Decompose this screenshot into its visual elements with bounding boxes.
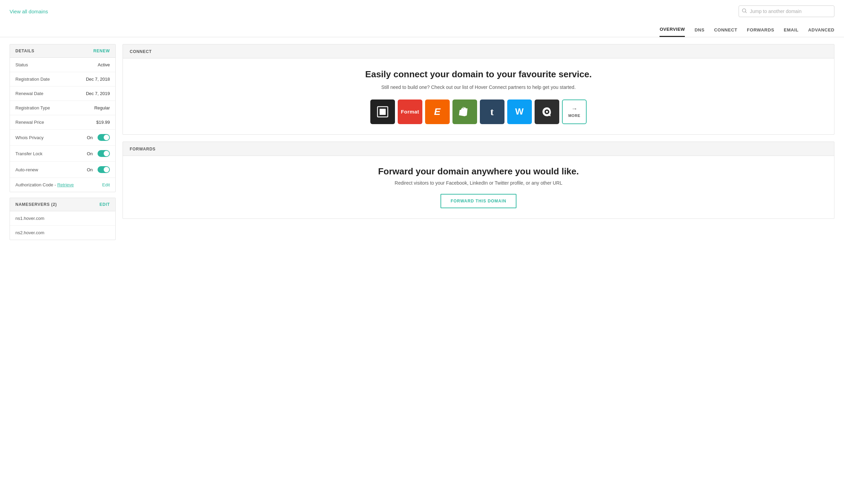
more-content: → MORE xyxy=(568,105,580,118)
header: View all domains xyxy=(0,0,844,23)
right-panel: CONNECT Easily connect your domain to yo… xyxy=(123,44,834,226)
renewal-price-label: Renewal Price xyxy=(15,120,44,125)
nav-item-dns[interactable]: DNS xyxy=(694,23,704,37)
renewal-date-value: Dec 7, 2019 xyxy=(86,91,110,96)
svg-line-1 xyxy=(745,12,746,13)
service-weebly[interactable]: W xyxy=(507,100,532,124)
whois-label: Whois Privacy xyxy=(15,135,43,140)
svg-rect-3 xyxy=(380,109,386,115)
connect-section: CONNECT Easily connect your domain to yo… xyxy=(123,44,834,135)
detail-row-renewal-date: Renewal Date Dec 7, 2019 xyxy=(10,87,115,101)
details-card-header: DETAILS RENEW xyxy=(10,44,115,58)
transfer-lock-toggle[interactable] xyxy=(98,150,110,157)
nameserver-row-1: ns1.hover.com xyxy=(10,211,115,226)
auth-edit-link[interactable]: Edit xyxy=(102,182,110,187)
nameservers-card-header: NAMESERVERS (2) EDIT xyxy=(10,198,115,211)
forwards-section: FORWARDS Forward your domain anywhere yo… xyxy=(123,142,834,219)
reg-type-label: Registration Type xyxy=(15,105,50,110)
auth-retrieve-link[interactable]: Retrieve xyxy=(57,182,74,187)
detail-row-reg-type: Registration Type Regular xyxy=(10,101,115,115)
reg-type-value: Regular xyxy=(94,105,110,110)
detail-row-whois: Whois Privacy On xyxy=(10,130,115,146)
nav-bar: OVERVIEW DNS CONNECT FORWARDS EMAIL ADVA… xyxy=(0,23,844,37)
nav-item-email[interactable]: EMAIL xyxy=(784,23,798,37)
format-label: Format xyxy=(401,109,419,115)
service-squarespace[interactable] xyxy=(370,100,395,124)
more-label: MORE xyxy=(568,114,580,118)
nav-item-connect[interactable]: CONNECT xyxy=(714,23,737,37)
detail-row-autorenew: Auto-renew On xyxy=(10,162,115,178)
connect-section-title: CONNECT xyxy=(130,49,152,54)
renew-button[interactable]: RENEW xyxy=(93,49,110,53)
auth-code-label: Authorization Code - Retrieve xyxy=(15,182,74,187)
forwards-section-body: Forward your domain anywhere you would l… xyxy=(123,156,834,218)
connect-title: Easily connect your domain to your favou… xyxy=(130,69,827,80)
autorenew-label: Auto-renew xyxy=(15,167,38,172)
whois-value: On xyxy=(87,135,93,140)
whois-toggle[interactable] xyxy=(98,134,110,141)
transfer-lock-label: Transfer Lock xyxy=(15,151,42,156)
service-disqus[interactable] xyxy=(535,100,559,124)
forward-title: Forward your domain anywhere you would l… xyxy=(130,166,827,177)
details-card: DETAILS RENEW Status Active Registration… xyxy=(10,44,116,192)
details-title: DETAILS xyxy=(15,49,34,53)
service-etsy[interactable]: E xyxy=(425,100,450,124)
transfer-lock-toggle-row: On xyxy=(87,150,110,157)
nameserver-1-value: ns1.hover.com xyxy=(15,216,44,221)
detail-row-status: Status Active xyxy=(10,58,115,72)
reg-date-label: Registration Date xyxy=(15,77,50,82)
reg-date-value: Dec 7, 2018 xyxy=(86,77,110,82)
transfer-lock-value: On xyxy=(87,151,93,156)
squarespace-icon xyxy=(376,105,389,118)
left-panel: DETAILS RENEW Status Active Registration… xyxy=(10,44,116,246)
service-more[interactable]: → MORE xyxy=(562,100,587,124)
autorenew-value: On xyxy=(87,167,93,172)
nameservers-card: NAMESERVERS (2) EDIT ns1.hover.com ns2.h… xyxy=(10,198,116,240)
view-all-link[interactable]: View all domains xyxy=(10,9,48,14)
renewal-price-value: $19.99 xyxy=(96,120,110,125)
nameserver-row-2: ns2.hover.com xyxy=(10,226,115,240)
nameserver-2-value: ns2.hover.com xyxy=(15,230,44,235)
weebly-label: W xyxy=(515,106,524,117)
connect-subtitle: Still need to build one? Check out our l… xyxy=(130,84,827,90)
search-wrapper xyxy=(739,5,834,17)
domain-search-input[interactable] xyxy=(739,5,834,17)
nav-item-overview[interactable]: OVERVIEW xyxy=(660,23,685,37)
forwards-section-header: FORWARDS xyxy=(123,142,834,156)
status-label: Status xyxy=(15,62,28,67)
autorenew-toggle-row: On xyxy=(87,166,110,173)
detail-row-renewal-price: Renewal Price $19.99 xyxy=(10,115,115,130)
autorenew-toggle[interactable] xyxy=(98,166,110,173)
nav-item-forwards[interactable]: FORWARDS xyxy=(747,23,774,37)
service-shopify[interactable] xyxy=(452,100,477,124)
forward-domain-button[interactable]: FORWARD THIS DOMAIN xyxy=(440,194,517,208)
forwards-section-title: FORWARDS xyxy=(130,147,156,151)
search-icon xyxy=(742,9,747,14)
nameservers-title: NAMESERVERS (2) xyxy=(15,202,57,207)
service-icons-list: Format E t xyxy=(130,100,827,124)
forward-subtitle: Redirect visitors to your Facebook, Link… xyxy=(130,180,827,186)
service-tumblr[interactable]: t xyxy=(480,100,504,124)
detail-row-reg-date: Registration Date Dec 7, 2018 xyxy=(10,72,115,87)
nameservers-edit-button[interactable]: EDIT xyxy=(100,202,110,207)
more-arrow-icon: → xyxy=(568,105,580,112)
service-format[interactable]: Format xyxy=(398,100,422,124)
status-value: Active xyxy=(98,62,110,67)
shopify-icon xyxy=(458,105,472,119)
main-content: DETAILS RENEW Status Active Registration… xyxy=(0,37,844,252)
disqus-icon xyxy=(540,105,554,119)
etsy-label: E xyxy=(434,106,441,117)
nav-item-advanced[interactable]: ADVANCED xyxy=(808,23,834,37)
detail-row-auth-code: Authorization Code - Retrieve Edit xyxy=(10,178,115,192)
connect-section-body: Easily connect your domain to your favou… xyxy=(123,58,834,134)
whois-toggle-row: On xyxy=(87,134,110,141)
detail-row-transfer-lock: Transfer Lock On xyxy=(10,146,115,162)
renewal-date-label: Renewal Date xyxy=(15,91,43,96)
connect-section-header: CONNECT xyxy=(123,44,834,58)
tumblr-label: t xyxy=(490,106,494,118)
